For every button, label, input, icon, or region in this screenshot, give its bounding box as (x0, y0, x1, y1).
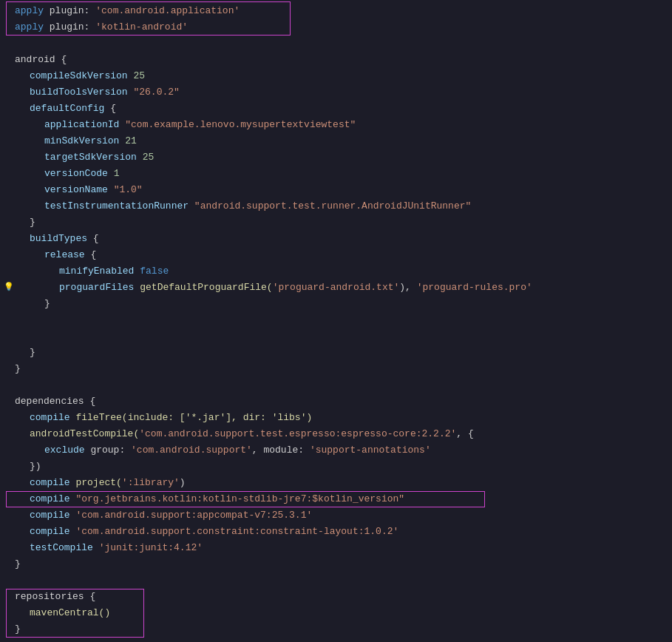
compile-kotlin-container: compile "org.jetbrains.kotlin:kotlin-std… (0, 491, 672, 507)
code-line: apply plugin: 'kotlin-android' (0, 19, 672, 36)
code-line: } (0, 296, 672, 312)
code-line: } (0, 556, 672, 572)
code-line: minifyEnabled false (0, 263, 672, 280)
code-line: buildTypes { (0, 231, 672, 247)
code-line: } (0, 361, 672, 377)
code-line: compile 'com.android.support:appcompat-v… (0, 507, 672, 524)
code-line: androidTestCompile('com.android.support.… (0, 426, 672, 442)
code-line: buildToolsVersion "26.0.2" (0, 84, 672, 101)
repositories-container: repositories { mavenCentral() } (0, 589, 672, 638)
keyword: apply (15, 20, 44, 36)
code-line: release { (0, 247, 672, 263)
code-line: } (0, 214, 672, 231)
code-line-empty (0, 377, 672, 393)
code-line: defaultConfig { (0, 101, 672, 117)
code-line: versionCode 1 (0, 166, 672, 182)
code-line-repos: repositories { (0, 589, 672, 605)
code-line: compile fileTree(include: ['*.jar'], dir… (0, 410, 672, 426)
code-line: applicationId "com.example.lenovo.mysupe… (0, 117, 672, 133)
code-line-close: } (0, 621, 672, 638)
code-line-empty (0, 572, 672, 589)
code-line: compile project(':library') (0, 475, 672, 491)
code-line: android { (0, 52, 672, 68)
code-line: dependencies { (0, 393, 672, 410)
code-line: targetSdkVersion 25 (0, 149, 672, 166)
code-line: testCompile 'junit:junit:4.12' (0, 540, 672, 556)
code-line: compileSdkVersion 25 (0, 68, 672, 84)
code-line-proguard: 💡 proguardFiles getDefaultProguardFile('… (0, 280, 672, 296)
bulb-icon: 💡 (4, 281, 14, 294)
code-line: exclude group: 'com.android.support', mo… (0, 442, 672, 459)
code-line: versionName "1.0" (0, 182, 672, 198)
code-line-empty (0, 36, 672, 52)
code-line: }) (0, 459, 672, 475)
code-line: compile 'com.android.support.constraint:… (0, 524, 672, 540)
code-line: } (0, 345, 672, 361)
keyword: apply (15, 4, 44, 19)
code-line-maven: mavenCentral() (0, 605, 672, 621)
code-line-empty (0, 312, 672, 328)
code-line: testInstrumentationRunner "android.suppo… (0, 198, 672, 214)
code-line: apply plugin: 'com.android.application' (0, 3, 672, 19)
code-line: minSdkVersion 21 (0, 133, 672, 149)
code-line-empty (0, 328, 672, 345)
code-line-kotlin: compile "org.jetbrains.kotlin:kotlin-std… (0, 491, 672, 507)
code-editor: apply plugin: 'com.android.application' … (0, 0, 672, 642)
